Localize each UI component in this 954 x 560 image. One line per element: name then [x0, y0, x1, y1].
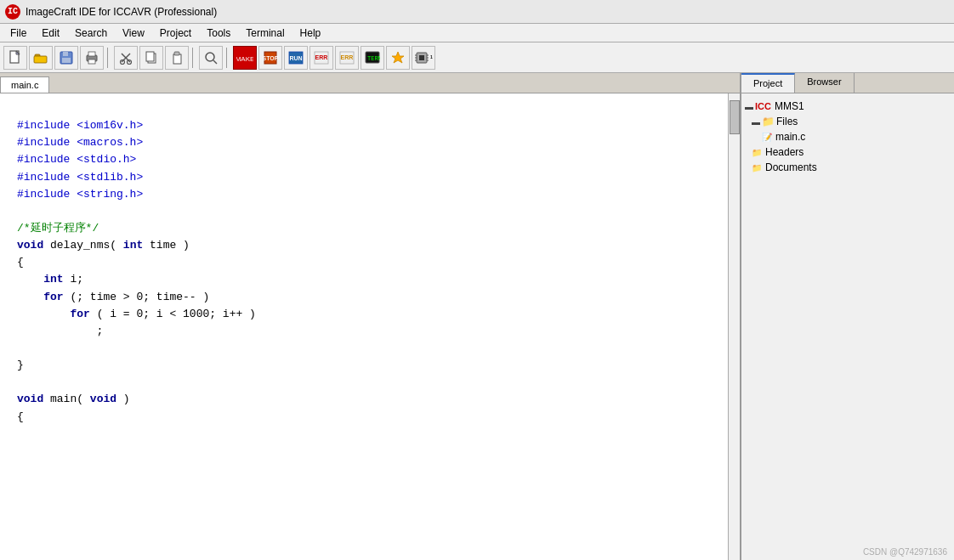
svg-rect-8	[88, 59, 95, 64]
code-line: ;	[17, 323, 723, 340]
scrollbar-thumb[interactable]	[730, 100, 740, 134]
tree-root[interactable]: ▬ ICC MMS1	[745, 99, 951, 114]
menu-search[interactable]: Search	[68, 25, 114, 41]
svg-rect-7	[88, 52, 95, 56]
svg-text:11001: 11001	[430, 54, 433, 59]
separator-3	[226, 48, 230, 68]
svg-rect-2	[34, 56, 47, 63]
svg-rect-4	[63, 52, 68, 56]
menu-help[interactable]: Help	[293, 25, 328, 41]
project-tree: ▬ ICC MMS1 ▬ 📁 Files 📝 main.c 📁 Headers	[741, 93, 954, 544]
folder-icon: 📁	[752, 148, 762, 157]
main-area: main.c #include <iom16v.h> #include <mac…	[0, 73, 954, 560]
svg-rect-33	[419, 55, 424, 60]
svg-text:MAKE: MAKE	[236, 55, 253, 63]
code-line: #include <iom16v.h>	[17, 117, 723, 134]
menu-tools[interactable]: Tools	[200, 25, 237, 41]
menu-project[interactable]: Project	[153, 25, 198, 41]
code-line	[17, 340, 723, 357]
svg-rect-16	[174, 52, 179, 55]
tab-browser[interactable]: Browser	[795, 73, 854, 93]
menu-file[interactable]: File	[3, 25, 33, 41]
folder-icon: 📁	[752, 163, 762, 173]
run-button[interactable]: RUN	[284, 46, 308, 70]
svg-text:STOP: STOP	[263, 55, 278, 61]
tree-mainc-label: main.c	[775, 131, 805, 143]
code-line: int i;	[17, 271, 723, 288]
errors-button[interactable]: ERR	[309, 46, 333, 70]
code-line: for ( i = 0; i < 1000; i++ )	[17, 306, 723, 323]
tree-documents-node[interactable]: 📁 Documents	[752, 160, 951, 175]
code-line: void main( void )	[17, 391, 723, 408]
svg-rect-5	[62, 58, 71, 63]
svg-text:ERR: ERR	[315, 54, 328, 60]
menu-bar: File Edit Search View Project Tools Term…	[0, 24, 954, 42]
svg-line-18	[213, 60, 217, 64]
code-line	[17, 100, 723, 117]
tree-documents-label: Documents	[765, 161, 817, 173]
editor-area: main.c #include <iom16v.h> #include <mac…	[0, 73, 741, 560]
panel-tabs: Project Browser	[741, 73, 954, 93]
code-editor[interactable]: #include <iom16v.h> #include <macros.h> …	[0, 93, 740, 560]
menu-terminal[interactable]: Terminal	[239, 25, 291, 41]
app-icon: IC	[5, 4, 20, 20]
code-line	[17, 203, 723, 220]
tree-headers-label: Headers	[765, 146, 804, 158]
code-line: void delay_nms( int time )	[17, 237, 723, 254]
app-title: ImageCraft IDE for ICCAVR (Professional)	[26, 6, 217, 18]
svg-point-17	[206, 53, 214, 61]
paste-button[interactable]	[165, 46, 189, 70]
code-line: /*延时子程序*/	[17, 220, 723, 237]
code-line: {	[17, 254, 723, 271]
copy-button[interactable]	[139, 46, 163, 70]
tree-files-label: Files	[776, 116, 798, 127]
menu-view[interactable]: View	[116, 25, 151, 41]
terminal-button[interactable]: TERM	[361, 46, 384, 70]
tree-root-label: MMS1	[775, 100, 804, 112]
code-line: #include <stdio.h>	[17, 151, 723, 168]
code-line: {	[17, 409, 723, 426]
stop-button[interactable]: STOP	[258, 46, 282, 70]
menu-edit[interactable]: Edit	[35, 25, 66, 41]
collapse-icon: ▬	[752, 117, 760, 127]
code-line: #include <macros.h>	[17, 134, 723, 151]
find-button[interactable]	[199, 46, 223, 70]
tree-headers-node[interactable]: 📁 Headers	[752, 144, 951, 160]
code-line: #include <string.h>	[17, 186, 723, 203]
code-line	[17, 374, 723, 391]
tab-main-c[interactable]: main.c	[0, 76, 49, 93]
svg-marker-31	[392, 52, 404, 63]
code-line: for (; time > 0; time-- )	[17, 289, 723, 306]
svg-text:TERM: TERM	[367, 55, 380, 62]
save-button[interactable]	[54, 46, 78, 70]
project-icon: ICC	[755, 101, 771, 111]
tab-bar: main.c	[0, 73, 740, 93]
svg-rect-15	[173, 54, 181, 64]
code-line: }	[17, 357, 723, 374]
tree-mainc-node[interactable]: 📝 main.c	[762, 129, 951, 144]
scrollbar[interactable]	[728, 93, 740, 560]
folder-icon: 📁	[762, 116, 775, 127]
cut-button[interactable]	[114, 46, 138, 70]
svg-text:RUN: RUN	[289, 55, 302, 61]
svg-text:ERR: ERR	[341, 54, 354, 60]
warnings-button[interactable]: ERR	[335, 46, 359, 70]
open-button[interactable]	[29, 46, 53, 70]
print-button[interactable]	[80, 46, 104, 70]
toolbar: MAKE STOP RUN ERR ERR TERM	[0, 42, 954, 73]
tab-project[interactable]: Project	[741, 73, 795, 93]
right-panel: Project Browser ▬ ICC MMS1 ▬ 📁 Files 📝 m…	[741, 73, 954, 560]
collapse-icon: ▬	[745, 102, 753, 111]
separator-2	[192, 48, 196, 68]
svg-rect-14	[146, 52, 154, 61]
tree-files-node[interactable]: ▬ 📁 Files	[752, 114, 951, 129]
new-button[interactable]	[3, 46, 27, 70]
celebrate-button[interactable]	[386, 46, 410, 70]
watermark: CSDN @Q742971636	[741, 544, 954, 560]
code-line: #include <stdlib.h>	[17, 169, 723, 186]
build-button[interactable]: MAKE	[233, 46, 257, 70]
separator-1	[107, 48, 111, 68]
title-bar: IC ImageCraft IDE for ICCAVR (Profession…	[0, 0, 954, 24]
program-button[interactable]: 11001	[412, 46, 435, 70]
file-icon: 📝	[762, 133, 772, 142]
